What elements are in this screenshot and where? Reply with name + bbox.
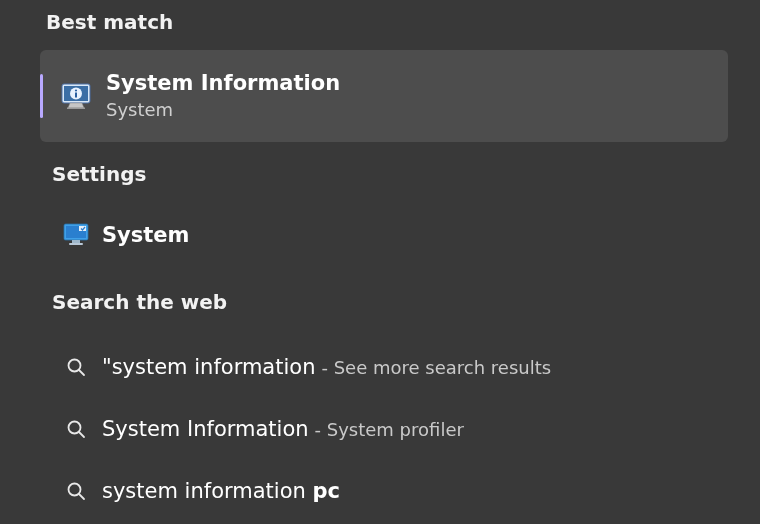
settings-result-label: System: [102, 223, 189, 247]
settings-result-system[interactable]: System: [0, 208, 760, 262]
system-settings-icon: [62, 223, 90, 247]
svg-point-3: [75, 89, 77, 91]
best-match-title: System Information: [106, 70, 340, 96]
selection-accent: [40, 74, 43, 118]
best-match-subtitle: System: [106, 97, 340, 122]
web-result-1[interactable]: System Information - System profiler: [0, 398, 760, 460]
svg-rect-5: [67, 108, 85, 110]
svg-line-16: [79, 494, 84, 499]
best-match-result[interactable]: System Information System: [40, 50, 728, 142]
svg-rect-4: [75, 93, 77, 98]
search-results-panel: Best match System Information System Set…: [0, 0, 760, 524]
web-result-0[interactable]: "system information - See more search re…: [0, 336, 760, 398]
search-icon: [62, 481, 90, 501]
section-header-settings: Settings: [0, 142, 760, 208]
search-icon: [62, 419, 90, 439]
svg-line-12: [79, 370, 84, 375]
svg-rect-9: [72, 240, 80, 243]
web-result-text: system information pc: [102, 479, 346, 503]
search-icon: [62, 357, 90, 377]
web-result-text: "system information - See more search re…: [102, 355, 551, 379]
section-header-search-web: Search the web: [0, 262, 760, 336]
section-header-best-match: Best match: [0, 10, 760, 50]
svg-rect-10: [69, 243, 83, 245]
svg-line-14: [79, 432, 84, 437]
web-result-text: System Information - System profiler: [102, 417, 464, 441]
web-result-2[interactable]: system information pc: [0, 460, 760, 522]
best-match-titles: System Information System: [106, 70, 340, 121]
system-information-icon: [60, 80, 92, 112]
